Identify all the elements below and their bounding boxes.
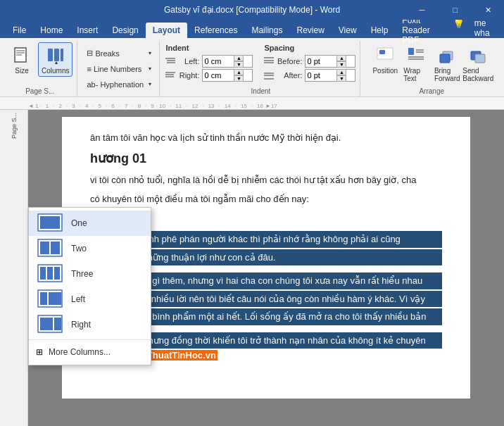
line-numbers-button[interactable]: ≡ Line Numbers ▾	[83, 62, 155, 76]
hyphenation-label: Hyphenation	[100, 80, 144, 89]
doc-heading: hương 01	[90, 151, 442, 166]
hyphenation-arrow: ▾	[149, 81, 151, 87]
columns-one-label: One	[71, 218, 87, 228]
spacing-after-field[interactable]	[307, 71, 336, 80]
line-numbers-arrow: ▾	[149, 65, 151, 72]
svg-rect-44	[40, 318, 53, 330]
spacing-before-icon	[264, 57, 274, 65]
tab-review[interactable]: Review	[289, 23, 331, 38]
spacing-before-up[interactable]: ▲	[336, 55, 346, 61]
columns-left-icon	[36, 290, 64, 308]
svg-rect-5	[54, 49, 59, 61]
maximize-button[interactable]: □	[439, 0, 471, 20]
ribbon-group-breaks: ⊟ Breaks ▾ ≡ Line Numbers ▾ ab- Hyphenat…	[79, 41, 160, 96]
svg-rect-39	[54, 267, 60, 280]
svg-rect-45	[54, 318, 61, 330]
svg-rect-35	[51, 242, 60, 254]
breaks-button[interactable]: ⊟ Breaks ▾	[83, 46, 155, 61]
columns-left-label: Left	[71, 294, 85, 304]
svg-rect-21	[379, 50, 385, 54]
indent-right-icon	[165, 71, 175, 80]
size-button[interactable]: Size	[7, 42, 37, 77]
columns-one-icon	[36, 214, 64, 232]
window-controls: ─ □ ✕	[406, 0, 504, 20]
ribbon-group-indent-spacing: Indent Left: ▲ ▼	[161, 41, 360, 96]
columns-right-label: Right	[71, 320, 91, 330]
send-backward-label: Send Backward	[462, 67, 493, 82]
page-setup-sidebar-label: Page S...	[11, 113, 18, 139]
bring-forward-button[interactable]: BringForward	[432, 42, 462, 84]
svg-rect-34	[40, 242, 49, 254]
columns-right-icon	[36, 315, 64, 334]
wrap-text-button[interactable]: Wrap Text	[401, 42, 431, 84]
svg-rect-37	[40, 267, 46, 280]
dropdown-separator	[29, 339, 151, 340]
indent-left-up[interactable]: ▲	[234, 55, 244, 61]
spacing-before-down[interactable]: ▼	[336, 61, 346, 68]
tab-mailings[interactable]: Mailings	[244, 23, 289, 38]
columns-one-item[interactable]: One	[29, 211, 151, 236]
columns-two-label: Two	[71, 244, 87, 253]
send-backward-button[interactable]: Send Backward	[463, 42, 493, 84]
columns-icon	[44, 44, 67, 67]
line-numbers-icon: ≡	[87, 65, 91, 73]
doc-para-top: ân tâm tôi văn học và lịch sử tinh thần …	[90, 131, 442, 145]
more-columns-item[interactable]: ⊞ More Columns...	[29, 342, 151, 362]
svg-rect-41	[40, 292, 47, 305]
tab-design[interactable]: Design	[105, 23, 145, 38]
spacing-before-label: Before:	[277, 57, 302, 65]
breaks-icon: ⊟	[87, 49, 93, 58]
columns-two-item[interactable]: Two	[29, 236, 151, 261]
spacing-after-input[interactable]: ▲ ▼	[305, 69, 355, 82]
indent-right-input[interactable]: ▲ ▼	[202, 69, 253, 82]
spacing-after-down[interactable]: ▼	[336, 75, 346, 82]
hyphenation-button[interactable]: ab- Hyphenation ▾	[83, 77, 155, 92]
bring-forward-icon	[437, 44, 457, 67]
tab-layout[interactable]: Layout	[146, 23, 187, 38]
wrap-text-label: Wrap Text	[403, 67, 429, 82]
doc-text-1a: vi tôi còn nhỏ tuổi, nghĩa là hồi dễ bị …	[90, 175, 416, 185]
indent-right-up[interactable]: ▲	[234, 69, 244, 75]
indent-right-spinners: ▲ ▼	[234, 69, 244, 82]
close-button[interactable]: ✕	[472, 0, 504, 20]
svg-rect-4	[48, 49, 53, 61]
svg-rect-42	[49, 292, 61, 305]
indent-right-down[interactable]: ▼	[234, 75, 244, 82]
indent-left-icon	[165, 57, 175, 65]
spacing-after-spinners: ▲ ▼	[336, 69, 346, 82]
position-button[interactable]: Position	[370, 42, 400, 77]
svg-marker-7	[55, 61, 58, 64]
indent-left-down[interactable]: ▼	[234, 61, 244, 68]
tab-home[interactable]: Home	[33, 23, 70, 38]
title-bar: Gatsby vĩ đại.docx [Compatibility Mode] …	[0, 0, 504, 20]
svg-rect-32	[40, 216, 60, 229]
columns-left-item[interactable]: Left	[29, 287, 151, 312]
columns-three-item[interactable]: Three	[29, 261, 151, 287]
columns-button[interactable]: Columns	[38, 42, 73, 77]
indent-left-input[interactable]: ▲ ▼	[202, 55, 253, 68]
spacing-before-spinners: ▲ ▼	[336, 55, 346, 68]
tab-help[interactable]: Help	[364, 23, 396, 38]
line-numbers-label: Line Numbers	[94, 65, 141, 73]
spacing-before-input[interactable]: ▲ ▼	[305, 55, 355, 68]
doc-para-1b: có khuyên tôi một điều mà tôi ngẫm mãi c…	[90, 192, 442, 206]
svg-rect-28	[440, 54, 450, 63]
tab-references[interactable]: References	[187, 23, 244, 38]
ribbon-content: Size Columns Pag	[0, 38, 504, 97]
indent-right-field[interactable]	[204, 71, 234, 80]
tab-insert[interactable]: Insert	[70, 23, 105, 38]
ribbon-tabs: File Home Insert Design Layout Reference…	[0, 20, 504, 38]
tab-view[interactable]: View	[332, 23, 364, 38]
minimize-button[interactable]: ─	[406, 0, 438, 20]
paragraph-group-label: Indent	[251, 86, 271, 95]
size-icon	[11, 44, 33, 67]
spacing-before-field[interactable]	[307, 57, 336, 65]
tab-foxit[interactable]: Foxit Reader PDF	[395, 23, 452, 38]
position-icon	[375, 44, 395, 67]
columns-right-item[interactable]: Right	[29, 312, 151, 337]
indent-left-field[interactable]	[204, 57, 234, 65]
svg-rect-6	[61, 49, 63, 61]
tab-file[interactable]: File	[6, 23, 33, 38]
spacing-after-up[interactable]: ▲	[336, 69, 346, 75]
svg-rect-22	[408, 48, 414, 55]
